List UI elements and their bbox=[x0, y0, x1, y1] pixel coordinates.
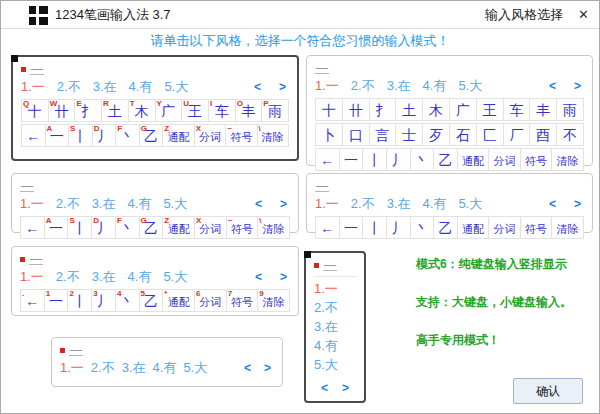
clear-key[interactable]: 9清除 bbox=[257, 289, 290, 312]
wildcard-key[interactable]: *通配 bbox=[162, 289, 195, 312]
page-prev-arrow[interactable]: < bbox=[318, 381, 331, 395]
mode-panel-6-vertical[interactable]: — 1.一 2.不 3.在 4.有 5.大 < > bbox=[304, 251, 366, 403]
page-next-arrow[interactable]: > bbox=[571, 79, 584, 93]
candidate-1[interactable]: 1.一 bbox=[20, 195, 44, 213]
stroke-key[interactable]: 丨 bbox=[362, 148, 387, 171]
stroke-key[interactable]: S丨 bbox=[67, 216, 92, 239]
candidate-5[interactable]: 5.大 bbox=[163, 195, 187, 213]
stroke-key[interactable]: 雨 bbox=[556, 98, 584, 121]
stroke-key[interactable]: P雨 bbox=[261, 99, 289, 122]
stroke-key[interactable]: 3丿 bbox=[91, 289, 116, 312]
backspace-key[interactable]: ← bbox=[315, 216, 340, 239]
candidate-1[interactable]: 1.一 bbox=[21, 78, 45, 96]
candidate-4[interactable]: 4.有 bbox=[423, 77, 447, 95]
page-prev-arrow[interactable]: < bbox=[546, 79, 559, 93]
mode-panel-4[interactable]: — 1.一2.不3.在4.有5.大<> ←一丨丿丶乙通配分词符号清除 bbox=[306, 173, 593, 233]
candidate-1[interactable]: 1.一 bbox=[20, 268, 44, 286]
candidate-4[interactable]: 4.有 bbox=[153, 359, 177, 377]
page-prev-arrow[interactable]: < bbox=[252, 197, 265, 211]
segment-key[interactable]: X分词 bbox=[194, 124, 226, 147]
stroke-key[interactable]: 十 bbox=[315, 98, 343, 121]
stroke-key[interactable]: 卄 bbox=[342, 98, 370, 121]
stroke-key[interactable]: O丰 bbox=[235, 99, 263, 122]
backspace-key[interactable]: ← bbox=[315, 148, 340, 171]
segment-key[interactable]: X分词 bbox=[194, 216, 227, 239]
candidate-2[interactable]: 2.不 bbox=[351, 77, 375, 95]
stroke-key[interactable]: 乙 bbox=[433, 216, 458, 239]
candidate-2[interactable]: 2.不 bbox=[56, 195, 80, 213]
stroke-key[interactable]: 丿 bbox=[386, 148, 411, 171]
page-prev-arrow[interactable]: < bbox=[251, 80, 264, 94]
page-next-arrow[interactable]: > bbox=[571, 197, 584, 211]
stroke-key[interactable]: 丶 bbox=[410, 148, 435, 171]
candidate-5[interactable]: 5.大 bbox=[164, 78, 188, 96]
wildcard-key[interactable]: Z通配 bbox=[162, 216, 195, 239]
candidate-1[interactable]: 1.一 bbox=[314, 279, 356, 298]
stroke-key[interactable]: I车 bbox=[208, 99, 236, 122]
candidate-3[interactable]: 3.在 bbox=[314, 317, 356, 336]
close-icon[interactable]: ✕ bbox=[578, 1, 589, 28]
candidate-4[interactable]: 4.有 bbox=[128, 268, 152, 286]
stroke-key[interactable]: 车 bbox=[503, 98, 531, 121]
page-prev-arrow[interactable]: < bbox=[252, 270, 265, 284]
candidate-3[interactable]: 3.在 bbox=[93, 78, 117, 96]
stroke-key[interactable]: D丿 bbox=[91, 216, 116, 239]
candidate-3[interactable]: 3.在 bbox=[122, 359, 146, 377]
stroke-key[interactable]: U王 bbox=[181, 99, 209, 122]
clear-key[interactable]: \清除 bbox=[257, 124, 289, 147]
candidate-1[interactable]: 1.一 bbox=[315, 195, 339, 213]
stroke-key[interactable]: 王 bbox=[476, 98, 504, 121]
candidate-1[interactable]: 1.一 bbox=[60, 359, 84, 377]
mode-panel-1[interactable]: — 1.一2.不3.在4.有5.大<> Q十W卄E扌R土T木Y广U王I车O丰P雨… bbox=[11, 55, 299, 161]
candidate-5[interactable]: 5.大 bbox=[458, 77, 482, 95]
symbol-key[interactable]: ~符号 bbox=[225, 124, 257, 147]
symbol-key[interactable]: ~符号 bbox=[226, 216, 259, 239]
stroke-key[interactable]: G乙 bbox=[139, 216, 164, 239]
stroke-key[interactable]: F丶 bbox=[115, 216, 140, 239]
stroke-key[interactable]: 匚 bbox=[476, 123, 504, 146]
clear-key[interactable]: 清除 bbox=[551, 148, 584, 171]
backspace-key[interactable]: ← bbox=[20, 216, 45, 239]
stroke-key[interactable]: E扌 bbox=[74, 99, 102, 122]
symbol-key[interactable]: 7符号 bbox=[226, 289, 259, 312]
candidate-4[interactable]: 4.有 bbox=[128, 195, 152, 213]
candidate-5[interactable]: 5.大 bbox=[314, 355, 356, 374]
candidate-5[interactable]: 5.大 bbox=[458, 195, 482, 213]
candidate-4[interactable]: 4.有 bbox=[129, 78, 153, 96]
candidate-5[interactable]: 5.大 bbox=[183, 359, 207, 377]
stroke-key[interactable]: G乙 bbox=[139, 124, 164, 147]
symbol-key[interactable]: 符号 bbox=[520, 148, 553, 171]
candidate-5[interactable]: 5.大 bbox=[163, 268, 187, 286]
candidate-2[interactable]: 2.不 bbox=[91, 359, 115, 377]
stroke-key[interactable]: 口 bbox=[342, 123, 370, 146]
stroke-key[interactable]: 1一 bbox=[44, 289, 69, 312]
page-next-arrow[interactable]: > bbox=[261, 361, 274, 375]
stroke-key[interactable]: 土 bbox=[395, 98, 423, 121]
candidate-3[interactable]: 3.在 bbox=[92, 268, 116, 286]
stroke-key[interactable]: 木 bbox=[422, 98, 450, 121]
page-next-arrow[interactable]: > bbox=[277, 197, 290, 211]
stroke-key[interactable]: F丶 bbox=[115, 124, 140, 147]
mode-panel-5-mini[interactable]: — 1.一2.不3.在4.有5.大<> bbox=[51, 337, 283, 387]
confirm-button[interactable]: 确认 bbox=[513, 378, 583, 404]
candidate-4[interactable]: 4.有 bbox=[314, 336, 356, 355]
clear-key[interactable]: 清除 bbox=[551, 216, 584, 239]
stroke-key[interactable]: S丨 bbox=[68, 124, 93, 147]
candidate-3[interactable]: 3.在 bbox=[92, 195, 116, 213]
candidate-4[interactable]: 4.有 bbox=[423, 195, 447, 213]
stroke-key[interactable]: W卄 bbox=[48, 99, 76, 122]
stroke-key[interactable]: Q十 bbox=[21, 99, 49, 122]
backspace-key[interactable]: .← bbox=[20, 289, 45, 312]
stroke-key[interactable]: 士 bbox=[395, 123, 423, 146]
symbol-key[interactable]: 符号 bbox=[520, 216, 553, 239]
stroke-key[interactable]: D丿 bbox=[92, 124, 117, 147]
stroke-key[interactable]: 厂 bbox=[503, 123, 531, 146]
stroke-key[interactable]: 4丶 bbox=[115, 289, 140, 312]
stroke-key[interactable]: 一 bbox=[339, 148, 364, 171]
stroke-key[interactable]: T木 bbox=[128, 99, 156, 122]
backspace-key[interactable]: ← bbox=[21, 124, 46, 147]
mode-panel-2[interactable]: — 1.一2.不3.在4.有5.大<> 十卄扌土木广王车丰雨 卜口言士歹石匚厂酉… bbox=[306, 55, 593, 166]
wildcard-key[interactable]: 通配 bbox=[457, 216, 490, 239]
page-prev-arrow[interactable]: < bbox=[241, 361, 254, 375]
page-next-arrow[interactable]: > bbox=[276, 80, 289, 94]
